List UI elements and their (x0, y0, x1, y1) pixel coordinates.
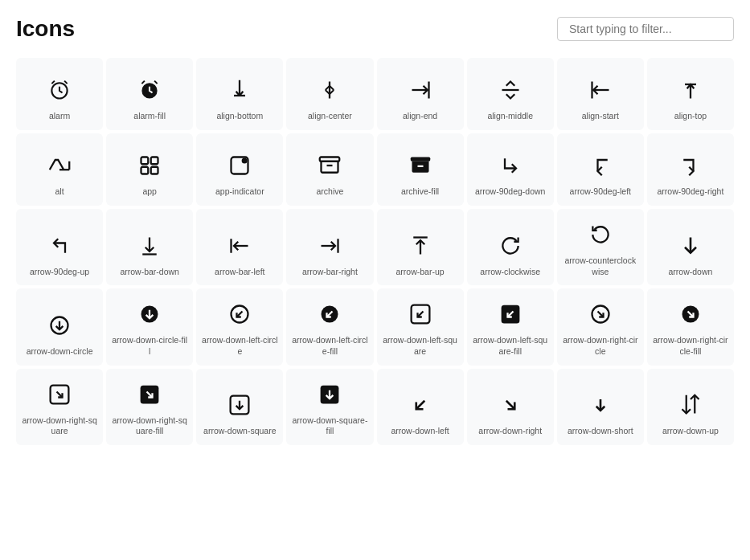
align-top-icon (676, 76, 705, 104)
icon-cell-arrow-down-right-circle-fill[interactable]: arrow-down-right-circle-fill (647, 288, 734, 365)
icon-cell-arrow-down-square-fill[interactable]: arrow-down-square-fill (286, 369, 373, 445)
icon-label-alarm-fill: alarm-fill (133, 111, 166, 122)
svg-rect-15 (151, 157, 158, 165)
icons-grid: alarmalarm-fillalign-bottomalign-centera… (16, 58, 734, 445)
icon-label-arrow-bar-left: arrow-bar-left (215, 267, 264, 278)
icon-cell-app-indicator[interactable]: app-indicator (196, 133, 283, 206)
icon-cell-alarm-fill[interactable]: alarm-fill (106, 58, 193, 130)
page-title: Icons (16, 16, 75, 42)
icon-cell-alt[interactable]: alt (16, 133, 103, 206)
icon-cell-arrow-clockwise[interactable]: arrow-clockwise (467, 209, 554, 285)
icon-label-arrow-bar-right: arrow-bar-right (302, 267, 358, 278)
icon-cell-align-bottom[interactable]: align-bottom (196, 58, 283, 130)
arrow-90deg-up-icon (45, 231, 74, 260)
icon-cell-arrow-bar-right[interactable]: arrow-bar-right (286, 209, 373, 285)
arrow-down-circle-icon (45, 311, 74, 340)
svg-rect-20 (320, 157, 340, 161)
icon-cell-arrow-down-left-square[interactable]: arrow-down-left-square (377, 288, 464, 365)
icon-cell-arrow-down-square[interactable]: arrow-down-square (196, 369, 283, 445)
icon-cell-arrow-down-left-square-fill[interactable]: arrow-down-left-square-fill (467, 288, 554, 365)
arrow-down-right-square-icon (45, 380, 74, 409)
icon-cell-arrow-down-circle-fill[interactable]: arrow-down-circle-fill (106, 288, 193, 365)
icon-cell-arrow-90deg-down[interactable]: arrow-90deg-down (467, 133, 554, 206)
arrow-down-right-circle-fill-icon (676, 300, 705, 329)
icon-cell-arrow-down-left[interactable]: arrow-down-left (377, 369, 464, 445)
icon-cell-align-top[interactable]: align-top (647, 58, 734, 130)
filter-input[interactable] (557, 17, 734, 41)
icon-label-arrow-90deg-left: arrow-90deg-left (570, 186, 631, 198)
arrow-down-circle-fill-icon (135, 300, 164, 329)
arrow-bar-right-icon (315, 231, 344, 260)
icon-cell-align-center[interactable]: align-center (286, 58, 373, 130)
icon-cell-align-end[interactable]: align-end (377, 58, 464, 130)
icon-label-arrow-down-up: arrow-down-up (662, 426, 719, 437)
arrow-down-left-circle-icon (225, 300, 254, 329)
svg-rect-21 (410, 157, 430, 161)
icon-cell-arrow-down-circle[interactable]: arrow-down-circle (16, 288, 103, 365)
icon-label-arrow-down-left: arrow-down-left (391, 426, 449, 437)
icon-label-arrow-down-left-circle-fill: arrow-down-left-circle-fill (291, 335, 368, 357)
icon-label-arrow-down-square-fill: arrow-down-square-fill (291, 415, 368, 437)
icon-cell-arrow-down-left-circle[interactable]: arrow-down-left-circle (196, 288, 283, 365)
arrow-90deg-right-icon (676, 151, 705, 180)
arrow-down-left-icon (406, 390, 435, 419)
icon-cell-arrow-bar-up[interactable]: arrow-bar-up (377, 209, 464, 285)
icon-cell-arrow-down-short[interactable]: arrow-down-short (557, 369, 644, 445)
icon-cell-arrow-down-right[interactable]: arrow-down-right (467, 369, 554, 445)
icon-cell-archive[interactable]: archive (286, 133, 373, 206)
icon-cell-app[interactable]: app (106, 133, 193, 206)
arrow-down-square-fill-icon (315, 380, 344, 409)
align-center-icon (315, 76, 344, 104)
svg-point-19 (242, 158, 248, 164)
arrow-90deg-left-icon (586, 151, 615, 180)
arrow-down-up-icon (676, 390, 705, 419)
icon-label-arrow-down-right-circle: arrow-down-right-circle (562, 335, 639, 357)
arrow-down-right-circle-icon (586, 300, 615, 329)
icon-label-arrow-down-circle: arrow-down-circle (27, 346, 93, 358)
icon-label-align-center: align-center (308, 111, 352, 122)
icon-label-arrow-down-left-square-fill: arrow-down-left-square-fill (472, 335, 549, 357)
icon-label-align-start: align-start (582, 111, 619, 122)
icon-label-app-indicator: app-indicator (215, 186, 264, 198)
icon-label-alarm: alarm (49, 111, 70, 122)
app-indicator-icon (225, 151, 254, 180)
icon-label-arrow-down: arrow-down (669, 267, 713, 278)
icon-cell-arrow-down-left-circle-fill[interactable]: arrow-down-left-circle-fill (286, 288, 373, 365)
align-end-icon (406, 76, 435, 104)
icon-cell-arrow-90deg-left[interactable]: arrow-90deg-left (557, 133, 644, 206)
icon-cell-arrow-counterclockwise[interactable]: arrow-counterclockwise (557, 209, 644, 285)
align-middle-icon (496, 76, 525, 104)
icon-cell-arrow-down-right-circle[interactable]: arrow-down-right-circle (557, 288, 644, 365)
icon-cell-align-start[interactable]: align-start (557, 58, 644, 130)
icon-cell-arrow-down-right-square-fill[interactable]: arrow-down-right-square-fill (106, 369, 193, 445)
icon-cell-alarm[interactable]: alarm (16, 58, 103, 130)
icon-cell-arrow-90deg-right[interactable]: arrow-90deg-right (647, 133, 734, 206)
icon-label-arrow-bar-down: arrow-bar-down (120, 267, 179, 278)
app-icon (135, 151, 164, 180)
icon-label-arrow-down-left-circle: arrow-down-left-circle (201, 335, 278, 357)
arrow-down-left-circle-fill-icon (315, 300, 344, 329)
icon-label-archive-fill: archive-fill (401, 186, 439, 198)
icon-cell-arrow-down[interactable]: arrow-down (647, 209, 734, 285)
alarm-fill-icon (135, 76, 164, 104)
icon-cell-arrow-bar-left[interactable]: arrow-bar-left (196, 209, 283, 285)
arrow-down-icon (676, 231, 705, 260)
align-bottom-icon (225, 76, 254, 104)
arrow-down-right-icon (496, 390, 525, 419)
icon-cell-align-middle[interactable]: align-middle (467, 58, 554, 130)
icon-cell-archive-fill[interactable]: archive-fill (377, 133, 464, 206)
icon-label-arrow-down-left-square: arrow-down-left-square (382, 335, 459, 357)
icon-label-align-middle: align-middle (487, 111, 533, 122)
icon-label-align-top: align-top (674, 111, 707, 122)
svg-rect-14 (141, 157, 149, 165)
arrow-down-square-icon (225, 390, 254, 419)
page-header: Icons (16, 16, 734, 42)
arrow-down-left-square-fill-icon (496, 300, 525, 329)
icon-cell-arrow-90deg-up[interactable]: arrow-90deg-up (16, 209, 103, 285)
icon-cell-arrow-bar-down[interactable]: arrow-bar-down (106, 209, 193, 285)
icon-label-arrow-counterclockwise: arrow-counterclockwise (562, 255, 639, 277)
arrow-down-right-square-fill-icon (135, 380, 164, 409)
icon-cell-arrow-down-up[interactable]: arrow-down-up (647, 369, 734, 445)
icon-cell-arrow-down-right-square[interactable]: arrow-down-right-square (16, 369, 103, 445)
arrow-counterclockwise-icon (586, 220, 615, 249)
